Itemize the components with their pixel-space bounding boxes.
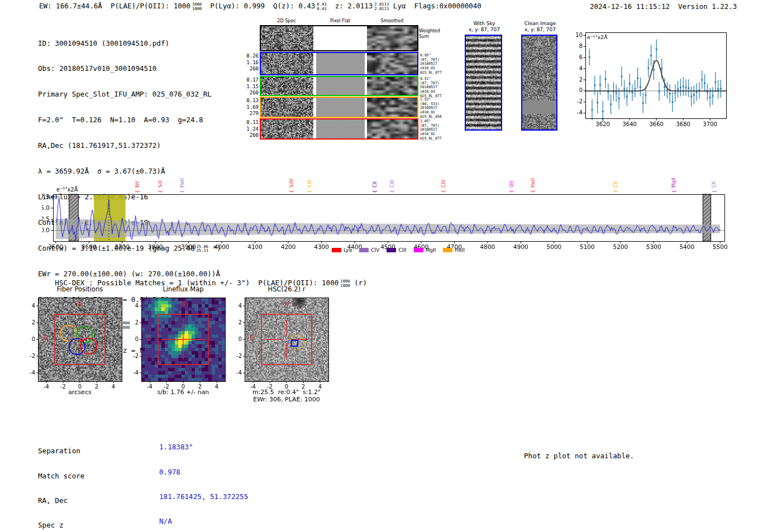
header-plae-poii: P(LAE)/P(OII): 100010001000 <box>111 2 202 11</box>
match-table-values: 1.18383" 0.978 181.761425, 51.372255 N/A… <box>159 427 248 532</box>
spec2d-row-fiber4 <box>260 118 418 140</box>
legend-item: MgII <box>414 247 436 253</box>
smoothed-image <box>367 98 417 117</box>
fiber-id: 0.51"(87, 707)20180517v010_03025_RL_077 <box>420 77 446 99</box>
full-spectrum-plot <box>42 165 735 250</box>
fiber-id: 1.05"(87, 707)20180517v010_02025_RL_077 <box>420 119 446 141</box>
fiber-positions-xlabel: arcsecs <box>38 389 122 396</box>
weighted-sum-label: WeightedSum <box>419 28 440 39</box>
info-line: F=2.0" T=0.126 N=1.10 A=0.93 g=24.8 <box>38 116 221 124</box>
fiber-stats: 0.261.16260 <box>244 53 259 73</box>
cleanimage-title: Clean Imagex, y: 87, 707 <box>515 21 565 33</box>
info-line: RA,Dec (181.761917,51.372372) <box>38 141 221 150</box>
header-ew: EW: 166.7±44.6Å <box>39 2 102 11</box>
lineflux-map-panel <box>123 294 235 392</box>
legend-swatch <box>359 248 369 252</box>
line-fit-plot <box>575 28 735 130</box>
smoothed-image <box>367 119 417 138</box>
spec2d-row-fiber2 <box>260 76 418 96</box>
2d-spec-image <box>261 77 313 95</box>
legend-swatch <box>443 248 452 252</box>
2d-spec-image <box>261 98 313 117</box>
legend-item: CIII <box>387 247 406 253</box>
col-header-pixel-flat: Pixel Flat <box>316 18 365 23</box>
spec2d-row-weighted <box>260 25 418 51</box>
fiber-stats: 0.131.69279 <box>244 98 259 117</box>
elixer-detection-report: EW: 166.7±44.6Å P(LAE)/P(OII): 100010001… <box>0 0 782 532</box>
withsky-image-frame <box>465 35 502 131</box>
match-row-label: RA, Dec <box>38 497 102 505</box>
lineflux-map-xlabel: s/b: 1.76 +/- nan <box>133 389 233 396</box>
cleanimage-image <box>522 36 556 130</box>
lineflux-map-title: Lineflux Map <box>141 285 225 293</box>
plae-fraction: 10001000 <box>340 279 350 287</box>
qz-fraction: 0.430.43 <box>317 2 326 11</box>
header-z: z: 2.01132.01132.0113 Lyα <box>335 2 406 11</box>
header-plya: P(Lyα): 0.999 <box>210 2 265 11</box>
2d-spec-image <box>261 119 313 138</box>
info-line: ID: 3001094510 (3001094510.pdf) <box>38 39 221 47</box>
spec2d-row-fiber1 <box>260 52 418 75</box>
match-row-value: N/A <box>159 517 248 526</box>
match-row-label: Separation <box>38 447 102 456</box>
photz-note: Phot z plot not available. <box>524 452 634 460</box>
legend-swatch <box>414 248 423 252</box>
cleanimage-frame <box>521 35 557 131</box>
2d-spec-image <box>261 26 313 50</box>
legend-item: Lyα <box>332 247 352 253</box>
legend-swatch <box>332 248 341 252</box>
2d-spec-image <box>261 53 313 74</box>
fiber-id: 1.53"(86, 531)20180517v010_02025_RL_058 <box>420 98 446 119</box>
hsc-r-title: HSC(26.2) r <box>245 285 328 293</box>
pixel-flat-image <box>316 53 365 74</box>
info-line: Obs: 20180517v010_3001094510 <box>38 64 221 73</box>
fiber-stats: 0.111.24260 <box>244 119 259 139</box>
pixel-flat-image <box>316 26 365 50</box>
match-row-value: 1.18383" <box>159 443 248 452</box>
match-row-value: 181.761425, 51.372255 <box>159 493 248 501</box>
summary-header: EW: 166.7±44.6Å P(LAE)/P(OII): 100010001… <box>39 2 481 11</box>
hsc-r-panel <box>227 294 338 392</box>
legend-item: HeII <box>443 247 465 253</box>
fiber-positions-title: Fiber Positions <box>38 285 122 293</box>
smoothed-image <box>367 26 417 50</box>
spec2d-row-fiber3 <box>260 97 418 118</box>
legend-swatch <box>387 248 396 252</box>
legend-item: CIV <box>359 247 379 253</box>
info-line: Primary Spec_Slot_IFU_AMP: 025_076_032_R… <box>38 90 221 98</box>
spectrum-legend: Lyα CIV CIII MgII HeII <box>314 247 482 253</box>
withsky-image <box>466 36 501 130</box>
hsc-r-xlabel: m:25.5 re:0.4" s:1.2" <box>236 389 337 396</box>
timestamp-version: 2024-12-16 11:15:12 Version 1.22.3 <box>590 2 737 11</box>
match-table-labels: Separation Match score RA, Dec Spec z Ph… <box>38 431 102 532</box>
smoothed-image <box>367 53 417 74</box>
match-row-label: Match score <box>38 472 102 481</box>
plae-fraction: 10001000 <box>192 2 202 11</box>
hsc-r-ew-label: EWr: 306, PLAE: 1000 <box>236 396 337 403</box>
match-row-value: 0.978 <box>159 468 248 477</box>
col-header-smoothed: Smoothed <box>366 18 418 23</box>
fiber-stats: 0.171.15260 <box>244 77 259 97</box>
pixel-flat-image <box>316 77 365 95</box>
smoothed-image <box>367 77 417 95</box>
withsky-title: With Skyx, y: 87, 707 <box>459 21 509 33</box>
fiber-id: 0.95"(87, 707)20180517v010_01025_RL_077 <box>420 54 446 75</box>
col-header-2d-spec: 2D Spec <box>260 18 313 23</box>
z-fraction: 2.01132.0113 <box>374 2 389 11</box>
header-flags: Flags:0x00000040 <box>414 2 481 11</box>
fiber-positions-panel <box>20 294 132 392</box>
pixel-flat-image <box>316 98 365 117</box>
pixel-flat-image <box>316 119 365 138</box>
match-row-label: Spec z <box>38 521 102 530</box>
header-qz: Q(z): 0.430.430.43 <box>273 2 327 11</box>
